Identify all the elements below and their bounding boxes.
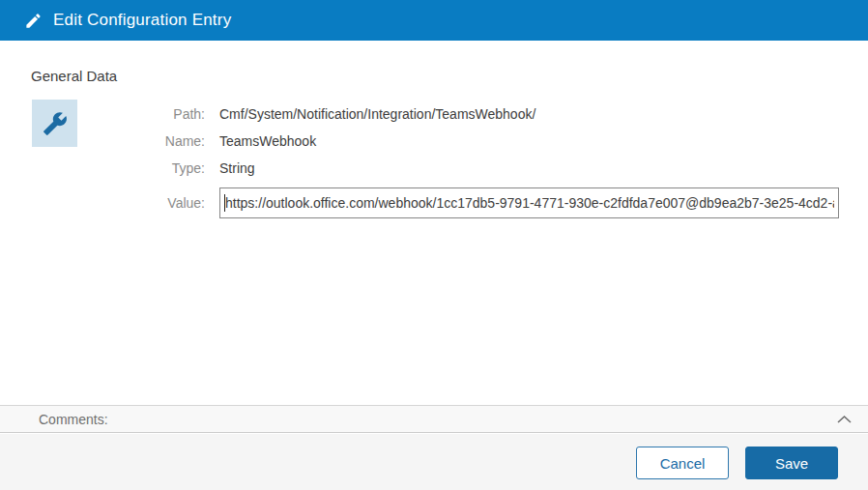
- dialog-title: Edit Configuration Entry: [53, 11, 231, 30]
- text-cursor: [224, 194, 225, 212]
- name-label: Name:: [0, 133, 205, 149]
- type-label: Type:: [0, 160, 205, 176]
- type-value: String: [219, 160, 255, 176]
- field-row-path: Path: Cmf/System/Notification/Integratio…: [0, 105, 535, 123]
- comments-section-header[interactable]: Comments:: [0, 405, 868, 433]
- value-input[interactable]: [219, 187, 839, 218]
- value-input-wrap: [219, 187, 839, 218]
- dialog-footer: Cancel Save: [0, 434, 868, 490]
- cancel-button[interactable]: Cancel: [636, 447, 729, 479]
- chevron-up-icon[interactable]: [835, 412, 854, 427]
- field-row-name: Name: TeamsWebhook: [0, 132, 316, 150]
- edit-configuration-entry-dialog: Edit Configuration Entry General Data Pa…: [0, 0, 868, 490]
- pencil-icon: [24, 12, 43, 30]
- path-value: Cmf/System/Notification/Integration/Team…: [219, 106, 535, 122]
- comments-label: Comments:: [39, 412, 108, 427]
- field-row-type: Type: String: [0, 159, 255, 177]
- section-title-general-data: General Data: [31, 68, 117, 84]
- value-label: Value:: [0, 195, 205, 211]
- name-value: TeamsWebhook: [219, 133, 316, 149]
- dialog-header: Edit Configuration Entry: [0, 0, 868, 41]
- save-button[interactable]: Save: [745, 447, 838, 479]
- path-label: Path:: [0, 106, 205, 122]
